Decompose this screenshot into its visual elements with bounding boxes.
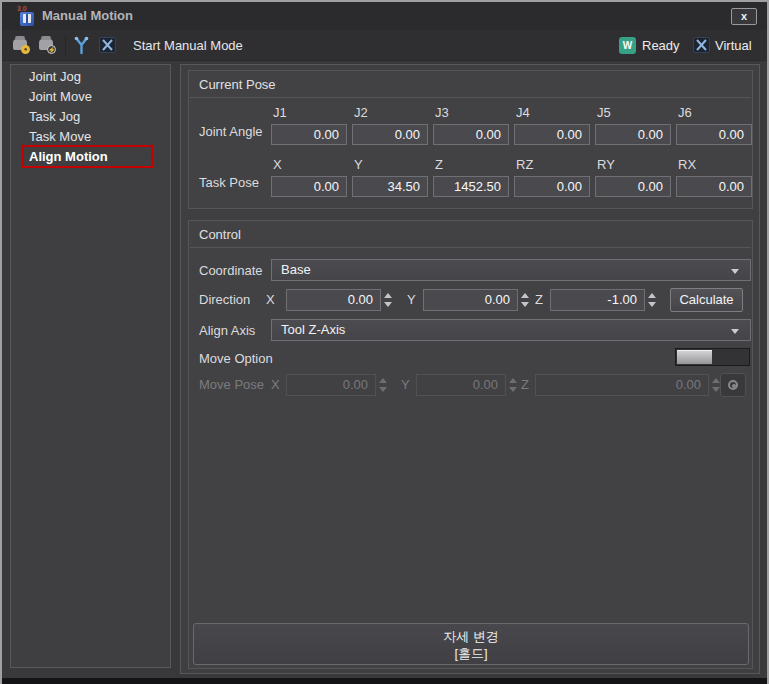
task-pose-field[interactable]: 0.00	[595, 176, 671, 197]
task-pose-field[interactable]: 34.50	[352, 176, 428, 197]
align-axis-dropdown[interactable]: Tool Z-Axis	[271, 319, 751, 341]
get-pose-button[interactable]	[720, 373, 746, 397]
app-version-badge: 3.0	[17, 5, 27, 12]
move-pose-y-field: 0.00	[416, 374, 506, 396]
task-pose-field[interactable]: 0.00	[676, 176, 752, 197]
direction-z-label: Z	[535, 292, 543, 307]
task-col-label: RX	[678, 157, 696, 172]
chevron-down-icon	[731, 269, 739, 274]
align-axis-value: Tool Z-Axis	[281, 322, 345, 337]
joint-angle-label: Joint Angle	[199, 124, 263, 139]
joint-angle-field[interactable]: 0.00	[271, 124, 347, 145]
move-pose-z-field: 0.00	[535, 374, 709, 396]
move-option-toggle[interactable]	[675, 348, 750, 366]
align-axis-label: Align Axis	[199, 323, 255, 338]
current-pose-title: Current Pose	[199, 77, 276, 92]
control-group: Control Coordinate Base Direction X 0.00…	[188, 220, 753, 669]
joint-col-label: J4	[516, 105, 530, 120]
direction-z-spinner[interactable]	[648, 289, 657, 311]
direction-label: Direction	[199, 292, 250, 307]
joint-angle-field[interactable]: 0.00	[433, 124, 509, 145]
robot-jog-icon[interactable]	[73, 35, 90, 55]
joint-col-label: J3	[435, 105, 449, 120]
sidebar: Joint Jog Joint Move Task Jog Task Move …	[10, 64, 171, 668]
app-cube-icon	[20, 12, 34, 26]
sidebar-item-joint-jog[interactable]: Joint Jog	[11, 67, 170, 87]
direction-x-field[interactable]: 0.00	[286, 289, 381, 311]
task-col-label: Z	[435, 157, 443, 172]
virtual-status-icon	[693, 37, 710, 53]
coordinate-value: Base	[281, 262, 311, 277]
direction-y-spinner[interactable]	[521, 289, 530, 311]
direction-x-label: X	[266, 292, 275, 307]
move-pose-y-label: Y	[401, 377, 410, 392]
direction-z-field[interactable]: -1.00	[550, 289, 645, 311]
manual-move-servo-icon[interactable]: ⚡	[38, 36, 56, 54]
task-pose-field[interactable]: 0.00	[514, 176, 590, 197]
sidebar-item-task-move[interactable]: Task Move	[11, 127, 170, 147]
move-pose-z-label: Z	[521, 377, 529, 392]
direction-y-field[interactable]: 0.00	[423, 289, 518, 311]
toolbar: ● ⚡ Start Manual Mode W Ready Virtual	[2, 30, 767, 61]
chevron-down-icon	[731, 329, 739, 334]
joint-angle-field[interactable]: 0.00	[352, 124, 428, 145]
task-col-label: RY	[597, 157, 615, 172]
calculate-button[interactable]: Calculate	[670, 288, 743, 312]
direction-y-label: Y	[407, 292, 416, 307]
pose-change-label: 자세 변경	[194, 628, 748, 645]
direction-x-spinner[interactable]	[384, 289, 393, 311]
virtual-mode-icon[interactable]	[99, 37, 116, 53]
task-col-label: X	[273, 157, 282, 172]
move-pose-label: Move Pose	[199, 377, 264, 392]
move-pose-x-label: X	[271, 377, 280, 392]
control-title: Control	[199, 227, 241, 242]
joint-col-label: J1	[273, 105, 287, 120]
joint-col-label: J5	[597, 105, 611, 120]
app-icon: 3.0	[17, 5, 39, 29]
move-pose-y-spinner	[509, 374, 518, 396]
joint-angle-field[interactable]: 0.00	[595, 124, 671, 145]
task-pose-field[interactable]: 0.00	[271, 176, 347, 197]
toggle-knob[interactable]	[677, 350, 712, 364]
selection-highlight-rect	[22, 145, 153, 168]
coordinate-dropdown[interactable]: Base	[271, 259, 751, 281]
virtual-status-label: Virtual	[715, 30, 752, 61]
sidebar-item-joint-move[interactable]: Joint Move	[11, 87, 170, 107]
joint-angle-field[interactable]: 0.00	[676, 124, 752, 145]
ready-status-label: Ready	[642, 30, 680, 61]
task-col-label: RZ	[516, 157, 533, 172]
task-col-label: Y	[354, 157, 363, 172]
joint-col-label: J2	[354, 105, 368, 120]
window-title: Manual Motion	[42, 2, 133, 30]
window-bottom-edge	[2, 678, 769, 684]
start-manual-mode-label: Start Manual Mode	[133, 30, 243, 61]
move-pose-x-spinner	[379, 374, 388, 396]
task-pose-field[interactable]: 1452.50	[433, 176, 509, 197]
current-pose-group: Current Pose Joint Angle J1 J2 J3 J4 J5 …	[188, 70, 753, 209]
title-bar: 3.0 Manual Motion x	[2, 2, 767, 30]
task-pose-label: Task Pose	[199, 175, 259, 190]
main-panel: Current Pose Joint Angle J1 J2 J3 J4 J5 …	[180, 64, 760, 674]
ready-status-icon: W	[619, 37, 636, 54]
joint-col-label: J6	[678, 105, 692, 120]
manual-move-power-icon[interactable]: ●	[12, 36, 30, 54]
sidebar-item-task-jog[interactable]: Task Jog	[11, 107, 170, 127]
pose-change-hold-button[interactable]: 자세 변경 [홀드]	[193, 623, 749, 665]
move-option-label: Move Option	[199, 351, 273, 366]
close-button[interactable]: x	[731, 8, 757, 25]
coordinate-label: Coordinate	[199, 263, 263, 278]
joint-angle-field[interactable]: 0.00	[514, 124, 590, 145]
hold-label: [홀드]	[194, 645, 748, 662]
move-pose-x-field: 0.00	[286, 374, 376, 396]
manual-motion-window: 3.0 Manual Motion x ● ⚡ Start Manual Mod…	[0, 0, 769, 684]
